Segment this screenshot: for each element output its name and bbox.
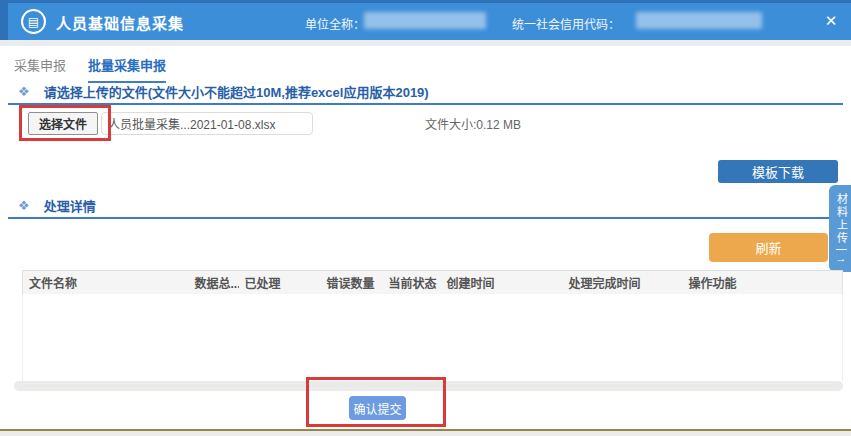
side-tab-label: 材料上传: [836, 193, 847, 245]
side-tab-divider: [836, 249, 847, 250]
col-finish-time: 处理完成时间: [563, 271, 683, 295]
unit-name-label: 单位全称：: [305, 15, 365, 32]
col-error-count: 错误数量: [321, 271, 383, 295]
modal-header: ▤ 人员基础信息采集 单位全称： 统一社会信用代码： ✕: [8, 3, 851, 40]
credit-code-label: 统一社会信用代码：: [512, 15, 620, 32]
page-bottom-edge: [0, 429, 851, 436]
selected-file-name: 人员批量采集...2021-01-08.xlsx: [101, 112, 313, 135]
credit-code-redacted-value: [636, 12, 762, 29]
horizontal-scrollbar[interactable]: [14, 381, 843, 391]
tab-batch-collection-declare[interactable]: 批量采集申报: [88, 55, 166, 83]
confirm-submit-button[interactable]: 确认提交: [349, 396, 406, 420]
section-divider: [8, 217, 843, 219]
app-document-icon: ▤: [21, 9, 46, 34]
col-data-total: 数据总...: [189, 271, 239, 295]
file-size-text: 文件大小:0.12 MB: [425, 115, 521, 132]
col-file-name: 文件名称: [23, 271, 189, 295]
detail-section-heading: ❖ 处理详情: [18, 196, 96, 215]
page-title: 人员基础信息采集: [56, 12, 184, 33]
tab-bar: 采集申报 批量采集申报: [14, 55, 166, 83]
unit-name-redacted-value: [364, 12, 486, 29]
choose-file-button[interactable]: 选择文件: [28, 112, 98, 135]
section-divider: [8, 103, 843, 105]
col-current-status: 当前状态: [383, 271, 441, 295]
upload-section-heading: ❖ 请选择上传的文件(文件大小不能超过10M,推荐excel应用版本2019): [18, 82, 429, 101]
table-header-row: 文件名称 数据总... 已处理 错误数量 当前状态 创建时间 处理完成时间 操作…: [23, 271, 843, 295]
personnel-info-modal: ▤ 人员基础信息采集 单位全称： 统一社会信用代码： ✕ 采集申报 批量采集申报…: [0, 0, 851, 436]
template-download-button[interactable]: 模板下载: [718, 160, 838, 183]
refresh-button[interactable]: 刷新: [709, 233, 828, 262]
detail-section-title: 处理详情: [44, 196, 96, 215]
close-icon[interactable]: ✕: [821, 11, 841, 31]
arrow-right-icon: →: [836, 252, 847, 264]
col-actions: 操作功能: [683, 271, 843, 295]
tab-collection-declare[interactable]: 采集申报: [14, 55, 66, 83]
material-upload-side-tab[interactable]: 材料上传 →: [829, 185, 851, 272]
col-processed: 已处理: [239, 271, 321, 295]
table-empty-body: [22, 294, 843, 381]
upload-section-title: 请选择上传的文件(文件大小不能超过10M,推荐excel应用版本2019): [44, 82, 429, 101]
col-create-time: 创建时间: [441, 271, 563, 295]
diamond-icon: ❖: [18, 199, 30, 212]
processing-detail-table: 文件名称 数据总... 已处理 错误数量 当前状态 创建时间 处理完成时间 操作…: [22, 270, 843, 295]
diamond-icon: ❖: [18, 85, 30, 98]
